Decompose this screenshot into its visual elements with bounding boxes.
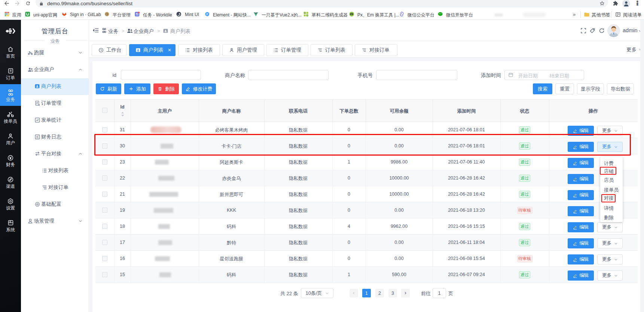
svg-text:P: P — [106, 13, 108, 15]
svg-text:px: px — [351, 13, 352, 15]
